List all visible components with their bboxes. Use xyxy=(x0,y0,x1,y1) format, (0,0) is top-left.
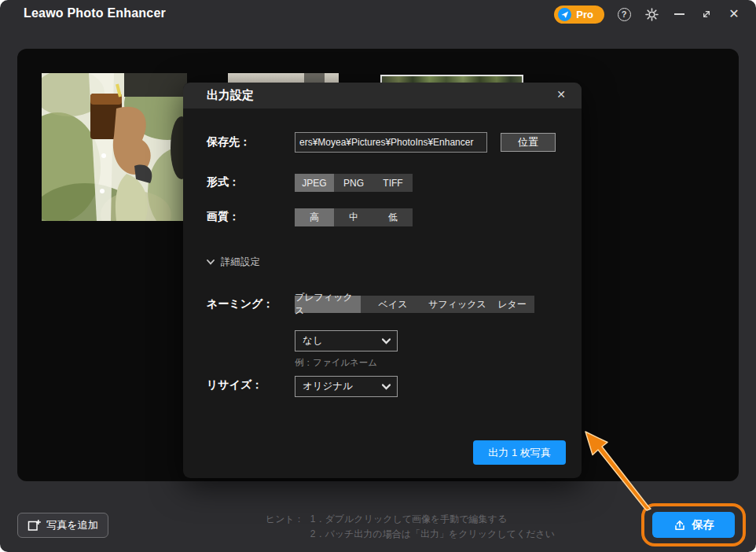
minimize-button[interactable] xyxy=(671,6,687,22)
close-icon: ✕ xyxy=(728,8,739,20)
chevron-down-icon xyxy=(382,338,391,344)
naming-tab-base[interactable]: ベイス xyxy=(361,296,425,313)
chevron-down-icon xyxy=(207,259,215,265)
naming-dropdown-value: なし xyxy=(303,334,382,348)
titlebar-controls: Pro ? xyxy=(554,0,742,28)
app-window: Leawo Photo Enhancer Pro ? xyxy=(0,0,756,552)
settings-button[interactable] xyxy=(644,6,659,22)
resize-dropdown-value: オリジナル xyxy=(303,380,382,393)
hint-line-1: 1．ダブルクリックして画像を手動で編集する xyxy=(310,512,555,527)
pro-badge[interactable]: Pro xyxy=(554,6,604,24)
save-path-input[interactable] xyxy=(295,132,487,153)
pro-label: Pro xyxy=(576,9,593,20)
close-button[interactable]: ✕ xyxy=(726,6,742,22)
output-settings-dialog: 出力設定 ✕ 保存先： 位置 形式： JPEG PNG TIFF 画質： 高 中… xyxy=(183,83,582,478)
advanced-settings-label: 詳細設定 xyxy=(221,256,260,269)
quality-option-medium[interactable]: 中 xyxy=(334,208,373,226)
naming-label: ネーミング： xyxy=(207,297,273,311)
save-dest-label: 保存先： xyxy=(207,135,251,149)
naming-dropdown[interactable]: なし xyxy=(295,330,398,351)
add-image-icon xyxy=(28,519,41,532)
format-option-png[interactable]: PNG xyxy=(334,174,373,192)
add-photos-button[interactable]: 写真を追加 xyxy=(17,513,108,538)
format-segmented-control: JPEG PNG TIFF xyxy=(295,174,413,192)
gear-icon xyxy=(644,7,659,22)
quality-option-low[interactable]: 低 xyxy=(373,208,413,226)
help-icon: ? xyxy=(618,8,631,21)
chevron-down-icon xyxy=(382,384,391,390)
maximize-button[interactable] xyxy=(699,6,714,22)
quality-segmented-control: 高 中 低 xyxy=(295,208,413,226)
dialog-close-icon[interactable]: ✕ xyxy=(556,88,566,101)
naming-tab-prefix[interactable]: プレフィックス xyxy=(295,296,361,313)
output-photos-button[interactable]: 出力 1 枚写真 xyxy=(473,440,566,465)
send-icon xyxy=(558,8,571,21)
hint-line-2: 2．バッチ出力の場合は「出力」をクリックしてください xyxy=(310,527,555,542)
format-option-jpeg[interactable]: JPEG xyxy=(295,174,334,192)
hint-label: ヒント： xyxy=(266,512,304,542)
naming-tab-letter[interactable]: レター xyxy=(490,296,534,313)
help-button[interactable]: ? xyxy=(616,6,632,22)
naming-tab-suffix[interactable]: サフィックス xyxy=(425,296,490,313)
browse-location-button[interactable]: 位置 xyxy=(501,133,556,152)
maximize-icon xyxy=(700,8,713,20)
titlebar: Leawo Photo Enhancer Pro ? xyxy=(0,0,756,31)
naming-tabs: プレフィックス ベイス サフィックス レター xyxy=(295,296,534,313)
hint-text: ヒント： 1．ダブルクリックして画像を手動で編集する 2．バッチ出力の場合は「出… xyxy=(266,512,555,542)
photo-preview xyxy=(42,73,187,221)
quality-option-high[interactable]: 高 xyxy=(295,208,334,226)
add-photos-label: 写真を追加 xyxy=(46,518,97,532)
photo-thumbnail-1[interactable] xyxy=(42,73,187,221)
save-label: 保存 xyxy=(692,518,714,532)
minimize-icon xyxy=(674,13,684,15)
naming-example-text: 例：ファイルネーム xyxy=(295,357,377,369)
format-option-tiff[interactable]: TIFF xyxy=(373,174,413,192)
resize-label: リサイズ： xyxy=(207,378,262,392)
dialog-header: 出力設定 ✕ xyxy=(183,83,582,109)
resize-dropdown[interactable]: オリジナル xyxy=(295,376,398,397)
format-label: 形式： xyxy=(207,175,240,190)
advanced-settings-toggle[interactable]: 詳細設定 xyxy=(207,256,260,269)
dialog-title: 出力設定 xyxy=(207,88,254,103)
quality-label: 画質： xyxy=(207,210,240,224)
save-button[interactable]: 保存 xyxy=(652,512,735,538)
app-title: Leawo Photo Enhancer xyxy=(24,6,166,20)
export-icon xyxy=(673,519,686,532)
